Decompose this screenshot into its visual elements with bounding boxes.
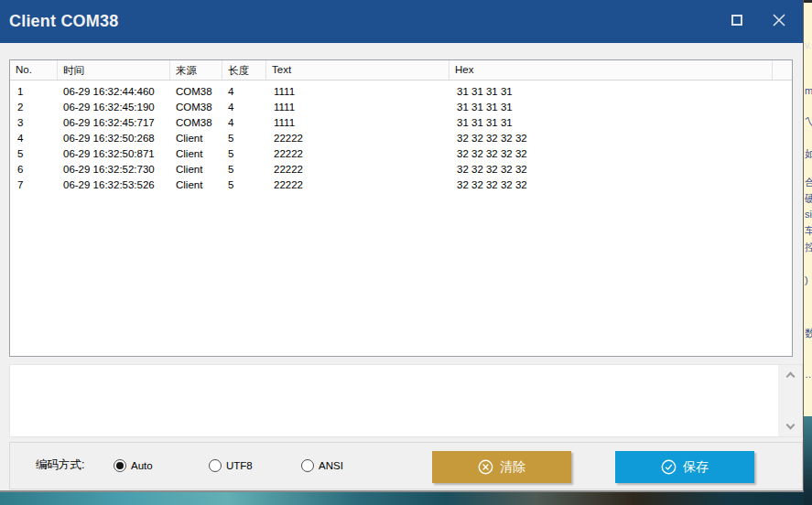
column-header-source[interactable]: 来源: [170, 60, 222, 80]
maximize-icon: [731, 15, 742, 26]
chevron-up-icon: [785, 372, 795, 381]
table-row[interactable]: 5 06-29 16:32:50:871 Client 5 22222 32 3…: [10, 145, 792, 161]
client-window: Client COM38 No. 时间 来源 长度 Text Hex: [0, 0, 804, 492]
scroll-up-button[interactable]: [778, 367, 802, 382]
radio-ansi[interactable]: ANSI: [301, 443, 343, 489]
cell-time: 06-29 16:32:44:460: [58, 86, 170, 97]
clear-button-label: 清除: [500, 459, 525, 476]
desktop-wallpaper: [804, 416, 812, 505]
radio-label: Auto: [131, 460, 153, 471]
message-input[interactable]: [10, 365, 778, 436]
scroll-down-button[interactable]: [778, 419, 802, 435]
cell-length: 5: [222, 148, 266, 159]
cell-no: 6: [10, 164, 58, 175]
column-header-text[interactable]: Text: [266, 60, 449, 80]
background-text-fragment: …: [805, 369, 812, 380]
bottom-panel: 编码方式: Auto UTF8 ANSI 清除: [9, 442, 803, 489]
cell-time: 06-29 16:32:50:871: [58, 148, 170, 159]
background-text-fragment: ): [805, 274, 808, 285]
cell-hex: 31 31 31 31: [449, 117, 773, 128]
background-text-fragment: 硬: [805, 192, 812, 206]
chevron-down-icon: [785, 421, 795, 430]
table-row[interactable]: 3 06-29 16:32:45:717 COM38 4 1111 31 31 …: [10, 114, 792, 130]
cell-hex: 31 31 31 31: [449, 102, 773, 113]
cell-length: 4: [222, 117, 266, 128]
background-text-fragment: 乀: [805, 115, 812, 129]
cell-time: 06-29 16:32:50:268: [58, 133, 170, 144]
cell-no: 3: [10, 117, 58, 128]
cell-source: Client: [170, 179, 222, 190]
cell-time: 06-29 16:32:45:717: [58, 117, 170, 128]
cell-text: 22222: [266, 164, 449, 175]
column-header-time[interactable]: 时间: [58, 60, 170, 80]
cell-time: 06-29 16:32:52:730: [58, 164, 170, 175]
radio-label: UTF8: [226, 460, 253, 471]
cell-length: 5: [222, 164, 266, 175]
column-header-filler: [773, 60, 792, 80]
cell-text: 22222: [266, 179, 449, 190]
cell-source: COM38: [170, 86, 222, 97]
save-button[interactable]: 保存: [615, 451, 754, 483]
cell-text: 1111: [266, 117, 449, 128]
cell-hex: 32 32 32 32 32: [449, 148, 773, 159]
cell-length: 4: [222, 86, 266, 97]
screen: v.u m 乀 如 合 硬 si 车 控 ) 数 … Client COM38: [0, 0, 812, 505]
message-input-area: [9, 364, 803, 437]
radio-icon: [301, 459, 314, 472]
log-table: No. 时间 来源 长度 Text Hex 1 06-29 16:32:44:4…: [9, 59, 793, 357]
cell-no: 7: [10, 179, 58, 190]
table-row[interactable]: 2 06-29 16:32:45:190 COM38 4 1111 31 31 …: [10, 99, 792, 114]
background-text-fragment: 控: [805, 241, 812, 254]
clear-button[interactable]: 清除: [432, 451, 571, 483]
table-body: 1 06-29 16:32:44:460 COM38 4 1111 31 31 …: [10, 81, 792, 192]
close-button[interactable]: [764, 5, 794, 35]
background-text-fragment: si: [805, 209, 812, 220]
cell-length: 5: [222, 133, 266, 144]
background-text-fragment: 车: [805, 224, 812, 238]
close-icon: [773, 14, 785, 27]
cell-length: 4: [222, 102, 266, 113]
titlebar[interactable]: Client COM38: [0, 0, 803, 43]
cell-source: COM38: [170, 102, 222, 113]
message-scrollbar[interactable]: [778, 365, 802, 436]
radio-label: ANSI: [319, 460, 343, 471]
desktop-wallpaper: [0, 492, 812, 505]
maximize-button[interactable]: [722, 5, 752, 35]
background-text-fragment: 合: [805, 176, 812, 189]
background-text-fragment: 如: [805, 147, 812, 161]
circle-x-icon: [478, 459, 493, 475]
background-window-strip: v.u m 乀 如 合 硬 si 车 控 ) 数 …: [804, 0, 812, 416]
column-header-no[interactable]: No.: [10, 60, 58, 80]
table-row[interactable]: 4 06-29 16:32:50:268 Client 5 22222 32 3…: [10, 130, 792, 145]
background-text-fragment: m: [805, 85, 812, 96]
cell-length: 5: [222, 179, 266, 190]
cell-hex: 32 32 32 32 32: [449, 133, 773, 144]
cell-no: 4: [10, 133, 58, 144]
radio-auto[interactable]: Auto: [114, 443, 153, 489]
background-text-fragment: v.u: [805, 39, 812, 50]
cell-time: 06-29 16:32:45:190: [58, 102, 170, 113]
table-header-row: No. 时间 来源 长度 Text Hex: [10, 60, 792, 81]
cell-hex: 32 32 32 32 32: [449, 179, 773, 190]
radio-icon: [114, 459, 126, 472]
table-row[interactable]: 6 06-29 16:32:52:730 Client 5 22222 32 3…: [10, 161, 792, 177]
radio-utf8[interactable]: UTF8: [209, 443, 253, 489]
column-header-length[interactable]: 长度: [222, 60, 266, 80]
background-text-fragment: 数: [805, 327, 812, 340]
cell-text: 1111: [266, 86, 449, 97]
save-button-label: 保存: [683, 459, 709, 476]
cell-time: 06-29 16:32:53:526: [58, 179, 170, 190]
cell-hex: 32 32 32 32 32: [449, 164, 773, 175]
table-row[interactable]: 7 06-29 16:32:53:526 Client 5 22222 32 3…: [10, 177, 792, 192]
cell-text: 1111: [266, 102, 449, 113]
encoding-label: 编码方式:: [36, 443, 84, 488]
cell-source: Client: [170, 133, 222, 144]
cell-source: COM38: [170, 117, 222, 128]
cell-no: 5: [10, 148, 58, 159]
column-header-hex[interactable]: Hex: [449, 60, 773, 80]
cell-no: 2: [10, 102, 58, 113]
radio-icon: [209, 459, 222, 472]
cell-source: Client: [170, 148, 222, 159]
table-row[interactable]: 1 06-29 16:32:44:460 COM38 4 1111 31 31 …: [10, 83, 792, 99]
cell-text: 22222: [266, 133, 449, 144]
